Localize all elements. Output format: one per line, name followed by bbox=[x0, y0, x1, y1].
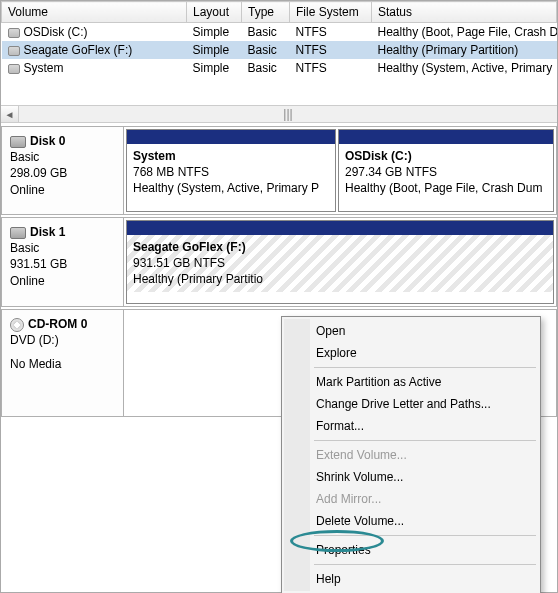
disk-title: CD-ROM 0 bbox=[28, 317, 87, 331]
volume-type: Basic bbox=[242, 41, 290, 59]
scroll-left-icon[interactable]: ◄ bbox=[1, 106, 19, 122]
disk-row-0: Disk 0 Basic 298.09 GB Online System 768… bbox=[1, 123, 557, 215]
menu-format[interactable]: Format... bbox=[284, 415, 538, 437]
disk-state: Online bbox=[10, 273, 115, 289]
volume-type: Basic bbox=[242, 59, 290, 77]
partition-osdisk[interactable]: OSDisk (C:) 297.34 GB NTFS Healthy (Boot… bbox=[338, 129, 554, 212]
partition-name: System bbox=[133, 148, 329, 164]
volume-status: Healthy (System, Active, Primary bbox=[372, 59, 557, 77]
disk-icon bbox=[10, 136, 26, 148]
partition-status: Healthy (System, Active, Primary P bbox=[133, 180, 329, 196]
menu-extend: Extend Volume... bbox=[284, 444, 538, 466]
partition-sub: 931.51 GB NTFS bbox=[133, 255, 547, 271]
volume-fs: NTFS bbox=[290, 41, 372, 59]
disk-state: Online bbox=[10, 182, 115, 198]
col-layout[interactable]: Layout bbox=[187, 2, 242, 23]
volume-layout: Simple bbox=[187, 59, 242, 77]
menu-delete[interactable]: Delete Volume... bbox=[284, 510, 538, 532]
disk-type: Basic bbox=[10, 240, 115, 256]
menu-open[interactable]: Open bbox=[284, 320, 538, 342]
disk-sub: DVD (D:) bbox=[10, 332, 115, 348]
menu-change-letter[interactable]: Change Drive Letter and Paths... bbox=[284, 393, 538, 415]
partition-name: Seagate GoFlex (F:) bbox=[133, 239, 547, 255]
partition-name: OSDisk (C:) bbox=[345, 148, 547, 164]
volume-fs: NTFS bbox=[290, 23, 372, 42]
menu-mark-active[interactable]: Mark Partition as Active bbox=[284, 371, 538, 393]
partition-system[interactable]: System 768 MB NTFS Healthy (System, Acti… bbox=[126, 129, 336, 212]
partition-header bbox=[127, 130, 335, 144]
volume-table[interactable]: Volume Layout Type File System Status OS… bbox=[1, 1, 557, 77]
volume-name: System bbox=[24, 61, 64, 75]
disk-info-1[interactable]: Disk 1 Basic 931.51 GB Online bbox=[1, 217, 124, 307]
menu-add-mirror: Add Mirror... bbox=[284, 488, 538, 510]
volume-name: OSDisk (C:) bbox=[24, 25, 88, 39]
drive-icon bbox=[8, 64, 20, 74]
scroll-track[interactable]: ||| bbox=[19, 106, 557, 122]
col-filesystem[interactable]: File System bbox=[290, 2, 372, 23]
disk-type: Basic bbox=[10, 149, 115, 165]
disk-state: No Media bbox=[10, 356, 115, 372]
volume-status: Healthy (Primary Partition) bbox=[372, 41, 557, 59]
volume-row[interactable]: OSDisk (C:) Simple Basic NTFS Healthy (B… bbox=[2, 23, 557, 42]
col-status[interactable]: Status bbox=[372, 2, 557, 23]
disk-title: Disk 1 bbox=[30, 225, 65, 239]
partition-status: Healthy (Primary Partitio bbox=[133, 271, 547, 287]
disk-size: 931.51 GB bbox=[10, 256, 115, 272]
disk-size: 298.09 GB bbox=[10, 165, 115, 181]
menu-shrink[interactable]: Shrink Volume... bbox=[284, 466, 538, 488]
partition-header bbox=[127, 221, 553, 235]
menu-separator bbox=[314, 535, 536, 536]
menu-separator bbox=[314, 564, 536, 565]
partition-status: Healthy (Boot, Page File, Crash Dum bbox=[345, 180, 547, 196]
volume-row[interactable]: System Simple Basic NTFS Healthy (System… bbox=[2, 59, 557, 77]
volume-layout: Simple bbox=[187, 23, 242, 42]
partition-sub: 297.34 GB NTFS bbox=[345, 164, 547, 180]
partition-seagate[interactable]: Seagate GoFlex (F:) 931.51 GB NTFS Healt… bbox=[126, 220, 554, 304]
volume-fs: NTFS bbox=[290, 59, 372, 77]
disk-info-cdrom[interactable]: CD-ROM 0 DVD (D:) No Media bbox=[1, 309, 124, 417]
h-scrollbar[interactable]: ◄ ||| bbox=[1, 105, 557, 123]
col-volume[interactable]: Volume bbox=[2, 2, 187, 23]
menu-separator bbox=[314, 367, 536, 368]
volume-name: Seagate GoFlex (F:) bbox=[24, 43, 133, 57]
disk-icon bbox=[10, 227, 26, 239]
volume-layout: Simple bbox=[187, 41, 242, 59]
volume-status: Healthy (Boot, Page File, Crash D bbox=[372, 23, 557, 42]
disc-icon bbox=[10, 318, 24, 332]
partition-sub: 768 MB NTFS bbox=[133, 164, 329, 180]
menu-help[interactable]: Help bbox=[284, 568, 538, 590]
partition-header bbox=[339, 130, 553, 144]
menu-explore[interactable]: Explore bbox=[284, 342, 538, 364]
volume-type: Basic bbox=[242, 23, 290, 42]
context-menu: Open Explore Mark Partition as Active Ch… bbox=[281, 316, 541, 593]
menu-properties[interactable]: Properties bbox=[284, 539, 538, 561]
drive-icon bbox=[8, 28, 20, 38]
disk-info-0[interactable]: Disk 0 Basic 298.09 GB Online bbox=[1, 126, 124, 215]
volume-row[interactable]: Seagate GoFlex (F:) Simple Basic NTFS He… bbox=[2, 41, 557, 59]
col-type[interactable]: Type bbox=[242, 2, 290, 23]
disk-title: Disk 0 bbox=[30, 134, 65, 148]
disk-row-1: Disk 1 Basic 931.51 GB Online Seagate Go… bbox=[1, 215, 557, 307]
menu-separator bbox=[314, 440, 536, 441]
drive-icon bbox=[8, 46, 20, 56]
